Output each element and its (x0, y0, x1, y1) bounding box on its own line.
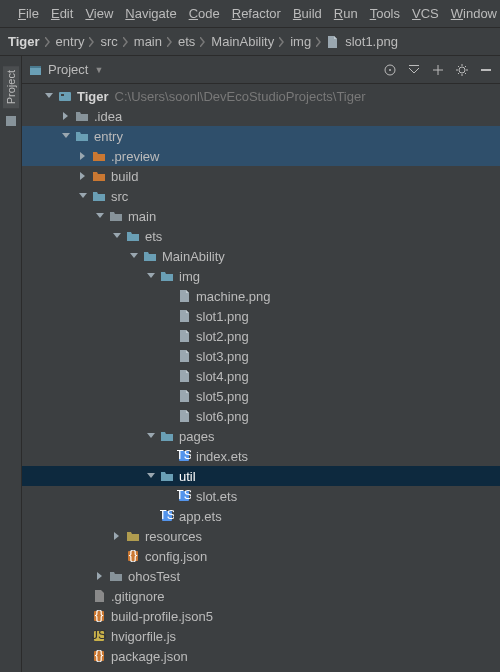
tree-node-machine-png[interactable]: machine.png (22, 286, 500, 306)
tree-label: ets (145, 229, 162, 244)
project-tree[interactable]: TigerC:\Users\soonl\DevEcoStudioProjects… (22, 84, 500, 672)
tree-node-build[interactable]: build (22, 166, 500, 186)
collapse-arrow-icon[interactable] (146, 471, 156, 481)
tree-node-slot5-png[interactable]: slot5.png (22, 386, 500, 406)
tree-label: config.json (145, 549, 207, 564)
tree-node--preview[interactable]: .preview (22, 146, 500, 166)
menu-view[interactable]: View (79, 6, 119, 21)
tree-label: slot1.png (196, 309, 249, 324)
collapse-arrow-icon[interactable] (95, 211, 105, 221)
locate-button[interactable] (382, 62, 398, 78)
tree-label: src (111, 189, 128, 204)
breadcrumb: Tiger entrysrcmainetsMainAbilityimgslot1… (0, 28, 500, 56)
tree-node-slot4-png[interactable]: slot4.png (22, 366, 500, 386)
tree-node-config-json[interactable]: config.json (22, 546, 500, 566)
expand-arrow-icon[interactable] (95, 571, 105, 581)
tree-node-resources[interactable]: resources (22, 526, 500, 546)
breadcrumb-item[interactable]: src (98, 34, 119, 49)
breadcrumb-separator (89, 37, 95, 47)
breadcrumb-separator (316, 37, 322, 47)
tree-label: resources (145, 529, 202, 544)
tree-node--idea[interactable]: .idea (22, 106, 500, 126)
breadcrumb-file-icon (325, 35, 339, 49)
collapse-arrow-icon[interactable] (61, 131, 71, 141)
tree-label: .gitignore (111, 589, 164, 604)
tree-label: .preview (111, 149, 159, 164)
menu-vcs[interactable]: VCS (406, 6, 445, 21)
tree-node-util[interactable]: util (22, 466, 500, 486)
hide-button[interactable] (478, 62, 494, 78)
breadcrumb-separator (200, 37, 206, 47)
menu-build[interactable]: Build (287, 6, 328, 21)
tree-node-img[interactable]: img (22, 266, 500, 286)
tree-node-pages[interactable]: pages (22, 426, 500, 446)
panel-dropdown-icon[interactable]: ▼ (94, 65, 103, 75)
tree-node-slot6-png[interactable]: slot6.png (22, 406, 500, 426)
panel-title[interactable]: Project (48, 62, 88, 77)
breadcrumb-item[interactable]: img (288, 34, 313, 49)
tree-node-entry[interactable]: entry (22, 126, 500, 146)
collapse-arrow-icon[interactable] (129, 251, 139, 261)
menu-window[interactable]: Window (445, 6, 500, 21)
tree-node-slot2-png[interactable]: slot2.png (22, 326, 500, 346)
expand-arrow-icon[interactable] (61, 111, 71, 121)
tree-label: slot4.png (196, 369, 249, 384)
project-panel: Project ▼ TigerC:\Users\soonl\DevEcoStud… (22, 56, 500, 672)
tree-label: slot.ets (196, 489, 237, 504)
tree-node-slot3-png[interactable]: slot3.png (22, 346, 500, 366)
collapse-arrow-icon[interactable] (146, 431, 156, 441)
settings-button[interactable] (454, 62, 470, 78)
tree-node-package-json[interactable]: package.json (22, 646, 500, 666)
toolwindow-project-tab[interactable]: Project (3, 66, 19, 108)
breadcrumb-item[interactable]: MainAbility (209, 34, 276, 49)
tree-label: entry (94, 129, 123, 144)
menubar: FileEditViewNavigateCodeRefactorBuildRun… (0, 0, 500, 28)
tree-label: machine.png (196, 289, 270, 304)
collapse-arrow-icon[interactable] (78, 191, 88, 201)
breadcrumb-root[interactable]: Tiger (6, 34, 42, 49)
tree-node-build-profile-json5[interactable]: build-profile.json5 (22, 606, 500, 626)
menu-refactor[interactable]: Refactor (226, 6, 287, 21)
tree-node-main[interactable]: main (22, 206, 500, 226)
breadcrumb-item[interactable]: main (132, 34, 164, 49)
expand-arrow-icon[interactable] (78, 171, 88, 181)
tree-node-index-ets[interactable]: index.ets (22, 446, 500, 466)
tree-node-ohosTest[interactable]: ohosTest (22, 566, 500, 586)
toolwindow-structure-icon[interactable] (4, 114, 18, 128)
tree-node-hvigorfile-js[interactable]: hvigorfile.js (22, 626, 500, 646)
tree-node-app-ets[interactable]: app.ets (22, 506, 500, 526)
expand-arrow-icon[interactable] (112, 531, 122, 541)
tree-node-src[interactable]: src (22, 186, 500, 206)
expand-all-button[interactable] (406, 62, 422, 78)
tree-label: .idea (94, 109, 122, 124)
breadcrumb-separator (45, 37, 51, 47)
tree-node-MainAbility[interactable]: MainAbility (22, 246, 500, 266)
menu-run[interactable]: Run (328, 6, 364, 21)
tree-label: Tiger (77, 89, 109, 104)
tree-node-slot1-png[interactable]: slot1.png (22, 306, 500, 326)
tree-label: slot5.png (196, 389, 249, 404)
expand-arrow-icon[interactable] (78, 151, 88, 161)
tree-label: pages (179, 429, 214, 444)
collapse-all-button[interactable] (430, 62, 446, 78)
project-view-icon (28, 63, 42, 77)
menu-edit[interactable]: Edit (45, 6, 79, 21)
breadcrumb-item[interactable]: slot1.png (343, 34, 400, 49)
menu-tools[interactable]: Tools (364, 6, 406, 21)
tree-label: img (179, 269, 200, 284)
collapse-arrow-icon[interactable] (112, 231, 122, 241)
tree-root[interactable]: TigerC:\Users\soonl\DevEcoStudioProjects… (22, 86, 500, 106)
menu-code[interactable]: Code (183, 6, 226, 21)
tree-label: index.ets (196, 449, 248, 464)
collapse-arrow-icon[interactable] (44, 91, 54, 101)
tree-node-ets[interactable]: ets (22, 226, 500, 246)
tree-label: main (128, 209, 156, 224)
menu-file[interactable]: File (12, 6, 45, 21)
breadcrumb-separator (167, 37, 173, 47)
collapse-arrow-icon[interactable] (146, 271, 156, 281)
breadcrumb-item[interactable]: ets (176, 34, 197, 49)
tree-node--gitignore[interactable]: .gitignore (22, 586, 500, 606)
menu-navigate[interactable]: Navigate (119, 6, 182, 21)
breadcrumb-item[interactable]: entry (54, 34, 87, 49)
tree-node-slot-ets[interactable]: slot.ets (22, 486, 500, 506)
